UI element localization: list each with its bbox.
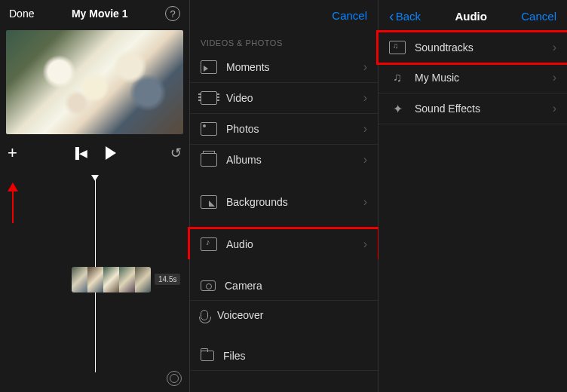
settings-button[interactable] [167,371,182,386]
audio-icon [201,237,217,251]
mymusic-item[interactable]: ♫ My Music › [379,63,567,93]
moments-label: Moments [226,61,270,73]
chevron-right-icon: › [363,122,367,136]
chevron-right-icon: › [363,153,367,167]
audio-panel: ‹Back Audio Cancel Soundtracks › ♫ My Mu… [379,0,567,392]
mymusic-label: My Music [415,72,459,84]
files-label: Files [223,350,246,362]
audio-item[interactable]: Audio › [188,227,380,259]
backgrounds-label: Backgrounds [226,196,288,208]
mymusic-icon: ♫ [389,71,406,84]
audio-label: Audio [226,238,253,250]
timeline[interactable]: 14.5s [0,176,189,387]
video-icon [201,91,217,105]
voiceover-label: Voiceover [217,309,263,321]
done-button[interactable]: Done [9,8,34,20]
chevron-right-icon: › [363,91,367,105]
albums-item[interactable]: Albums › [190,145,378,175]
soundtracks-label: Soundtracks [415,41,474,54]
project-title: My Movie 1 [34,8,165,20]
chevron-right-icon: › [553,71,556,84]
video-label: Video [226,92,253,104]
audio-title: Audio [455,10,487,23]
camera-icon [201,280,216,291]
files-item[interactable]: Files [190,341,378,371]
media-picker-header: Cancel [190,0,378,28]
camera-label: Camera [225,280,262,292]
photos-icon [201,122,217,136]
back-button[interactable]: ‹Back [389,8,421,25]
voiceover-icon [201,310,208,320]
soundfx-icon: ✦ [389,102,406,115]
photos-label: Photos [226,123,259,135]
video-preview[interactable] [6,30,183,134]
chevron-right-icon: › [553,102,556,115]
cancel-button[interactable]: Cancel [332,9,367,22]
audio-header: ‹Back Audio Cancel [379,0,567,32]
chevron-right-icon: › [363,60,367,74]
camera-item[interactable]: Camera [190,271,378,301]
soundtracks-item[interactable]: Soundtracks › [376,30,567,65]
add-media-button[interactable]: + [8,143,17,163]
chevron-right-icon: › [363,195,367,209]
albums-icon [201,153,217,167]
moments-item[interactable]: Moments › [190,52,378,83]
backgrounds-icon [201,195,217,209]
soundtracks-icon [389,41,406,54]
help-button[interactable]: ? [165,6,180,21]
soundfx-item[interactable]: ✦ Sound Effects › [379,93,567,124]
photos-item[interactable]: Photos › [190,114,378,145]
editor-panel: Done My Movie 1 ? + ▐◀ ↻ 14.5s [0,0,190,392]
chevron-left-icon: ‹ [389,8,394,25]
files-icon [201,351,214,361]
moments-icon [201,60,217,74]
previous-button[interactable]: ▐◀ [72,147,87,159]
video-item[interactable]: Video › [190,83,378,114]
undo-button[interactable]: ↻ [170,145,182,161]
editor-header: Done My Movie 1 ? [0,0,189,27]
soundfx-label: Sound Effects [415,103,480,115]
media-picker-panel: Cancel VIDEOS & PHOTOS Moments › Video ›… [190,0,379,392]
voiceover-item[interactable]: Voiceover [190,301,378,329]
albums-label: Albums [226,154,262,166]
center-controls: ▐◀ [72,146,116,160]
section-header: VIDEOS & PHOTOS [190,28,378,52]
clip-duration-label: 14.5s [155,274,180,285]
backgrounds-item[interactable]: Backgrounds › [190,187,378,217]
chevron-right-icon: › [553,41,556,54]
cancel-button[interactable]: Cancel [521,10,556,23]
video-clip[interactable] [72,267,151,292]
play-button[interactable] [106,146,116,160]
chevron-right-icon: › [363,237,367,251]
playback-controls: + ▐◀ ↻ [0,137,189,169]
